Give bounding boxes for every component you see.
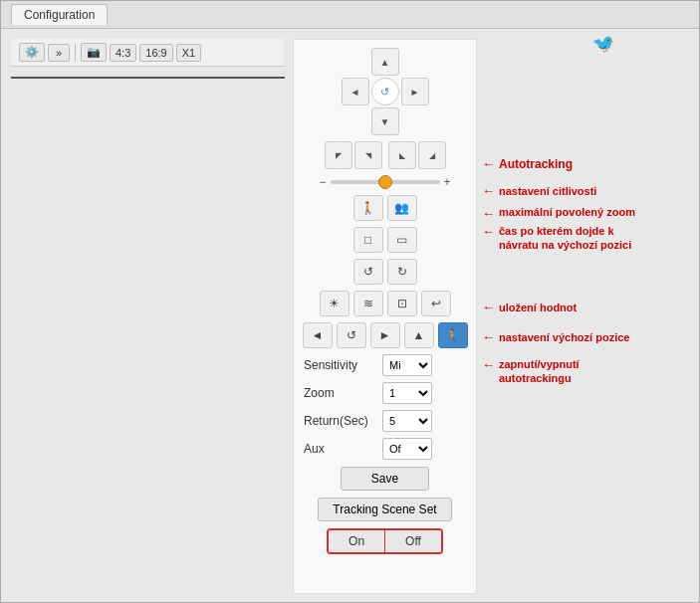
tracking-scene-btn[interactable]: Tracking Scene Set <box>318 498 451 521</box>
sensitivity-ann: ← nastavení citlivosti <box>482 183 596 198</box>
sensitivity-row: Sensitivity Mi Lo Hi <box>300 352 470 378</box>
autotrack-prev-btn[interactable]: ◄ <box>303 322 333 348</box>
window-title: Configuration <box>24 8 95 22</box>
autotracking-arrow: ← <box>482 156 495 171</box>
arrows-btn[interactable]: » <box>48 44 70 62</box>
zoom-ann-label: maximální povolený zoom <box>499 206 635 218</box>
aux-label: Aux <box>304 442 378 456</box>
title-bar: Configuration <box>1 1 699 29</box>
icon-row-4: ☀ ≋ ⊡ ↩ <box>320 291 451 316</box>
sensitivity-ann-label: nastavení citlivosti <box>499 185 596 197</box>
ratio43-btn[interactable]: 4:3 <box>110 44 136 62</box>
camera-device <box>94 77 213 78</box>
icon-row-2: □ ▭ <box>353 227 417 253</box>
ptz-empty-tl <box>342 48 369 76</box>
return-row: Return(Sec) 5 10 15 <box>300 408 470 434</box>
ptz-panel: ▲ ◄ ↺ ► ▼ ◤ ◥ ◣ ◢ − <box>293 39 477 594</box>
ptz-empty-bl <box>342 107 369 135</box>
tracking-ann: ← nastavení výchozí pozice <box>482 329 629 344</box>
sensitivity-label: Sensitivity <box>304 358 378 372</box>
main-content: ⚙️ » 📷 4:3 16:9 X1 ▲ <box>1 29 699 603</box>
return-ann: ← čas po kterém dojde k návratu na výcho… <box>482 224 638 253</box>
autotrack-up-btn[interactable]: ▲ <box>404 322 434 348</box>
zoom-select[interactable]: 1 2 3 <box>382 382 432 404</box>
zoom-slider[interactable] <box>331 180 440 184</box>
return-label: Return(Sec) <box>304 414 378 428</box>
icon-person-btn[interactable]: 🚶 <box>353 195 383 221</box>
autotracking-ann: ← Autotracking <box>482 156 573 171</box>
on-button[interactable]: On <box>329 530 385 552</box>
zoom-field-label: Zoom <box>304 386 378 400</box>
icon-row-1: 🚶 👥 <box>353 195 417 221</box>
onoff-group: On Off <box>327 528 443 554</box>
separator <box>75 44 76 62</box>
ptz-left-btn[interactable]: ◄ <box>342 78 369 105</box>
ptz-upleft-btn[interactable]: ◤ <box>325 141 352 169</box>
onoff-ann-arrow: ← <box>482 357 495 372</box>
aux-select[interactable]: Of On <box>382 438 432 460</box>
annotations-panel: ← Autotracking ← nastavení citlivosti ← … <box>477 29 699 603</box>
icon-rect-btn[interactable]: ▭ <box>387 227 417 253</box>
ptz-empty-br <box>401 107 429 135</box>
zoom-ann-arrow: ← <box>482 206 495 221</box>
icon-people-btn[interactable]: 👥 <box>387 195 417 221</box>
zoom-handle <box>378 175 392 189</box>
camera-lens <box>108 77 142 78</box>
ptz-downleft-btn[interactable]: ◣ <box>388 141 416 169</box>
config-tab[interactable]: Configuration <box>11 4 108 25</box>
save-ann-label: uložení hodnot <box>499 302 577 313</box>
icon-iris-btn[interactable]: ≋ <box>353 291 383 316</box>
zoom-plus: + <box>444 175 451 189</box>
x1-btn[interactable]: X1 <box>176 44 201 62</box>
tracking-ann-arrow: ← <box>482 329 495 344</box>
main-window: Configuration 🐦 ⚙️ » 📷 4:3 16:9 X1 <box>0 0 700 603</box>
camera-feed <box>11 77 285 79</box>
ptz-downright-btn[interactable]: ◢ <box>418 141 446 169</box>
autotrack-person-btn[interactable]: 🚶 <box>438 322 468 348</box>
sensitivity-arrow: ← <box>482 183 495 198</box>
zoom-slider-row: − + <box>300 175 470 189</box>
autotrack-next-btn[interactable]: ► <box>370 322 400 348</box>
sensitivity-select[interactable]: Mi Lo Hi <box>382 354 432 376</box>
save-ann: ← uložení hodnot <box>482 300 577 314</box>
zoom-ann: ← maximální povolený zoom <box>482 206 635 221</box>
icon-ccw-btn[interactable]: ↺ <box>353 259 383 285</box>
save-ann-arrow: ← <box>482 300 495 314</box>
icon-square-btn[interactable]: □ <box>353 227 383 253</box>
ptz-grid: ▲ ◄ ↺ ► ▼ <box>342 48 429 135</box>
icon-cw-btn[interactable]: ↻ <box>387 259 417 285</box>
ptz-upright-btn[interactable]: ◥ <box>354 141 382 169</box>
aux-row: Aux Of On <box>300 436 470 462</box>
camera-btn[interactable]: 📷 <box>81 43 107 62</box>
return-select[interactable]: 5 10 15 <box>382 410 432 432</box>
zoom-field-row: Zoom 1 2 3 <box>300 380 470 406</box>
off-button[interactable]: Off <box>385 530 441 552</box>
filter-btn[interactable]: ⚙️ <box>19 43 45 62</box>
zoom-minus: − <box>319 175 326 189</box>
ptz-down-btn[interactable]: ▼ <box>371 107 399 135</box>
icon-return-btn[interactable]: ↩ <box>421 291 451 316</box>
ptz-empty-tr <box>401 48 429 76</box>
icon-row-3: ↺ ↻ <box>353 259 417 285</box>
onoff-ann: ← zapnutí/vypnutí autotrackingu <box>482 357 648 386</box>
return-ann-label: čas po kterém dojde k návratu na výchozí… <box>499 224 638 253</box>
ptz-center-btn[interactable]: ↺ <box>371 78 399 105</box>
onoff-ann-label: zapnutí/vypnutí autotrackingu <box>499 357 648 386</box>
autotracking-label: Autotracking <box>499 157 573 171</box>
return-ann-arrow: ← <box>482 224 495 239</box>
ratio169-btn[interactable]: 16:9 <box>139 44 172 62</box>
tracking-ann-label: nastavení výchozí pozice <box>499 331 629 343</box>
save-button[interactable]: Save <box>341 467 429 491</box>
icon-brightness-btn[interactable]: ☀ <box>320 291 350 316</box>
left-panel: ⚙️ » 📷 4:3 16:9 X1 <box>1 29 285 603</box>
ptz-diag-row: ◤ ◥ ◣ ◢ <box>325 141 446 169</box>
icon-focus-btn[interactable]: ⊡ <box>387 291 417 316</box>
autotrack-row: ◄ ↺ ► ▲ 🚶 <box>303 322 468 348</box>
autotrack-reset-btn[interactable]: ↺ <box>337 322 366 348</box>
camera-toolbar: ⚙️ » 📷 4:3 16:9 X1 <box>11 39 285 67</box>
ptz-up-btn[interactable]: ▲ <box>371 48 399 76</box>
ptz-right-btn[interactable]: ► <box>401 78 429 105</box>
